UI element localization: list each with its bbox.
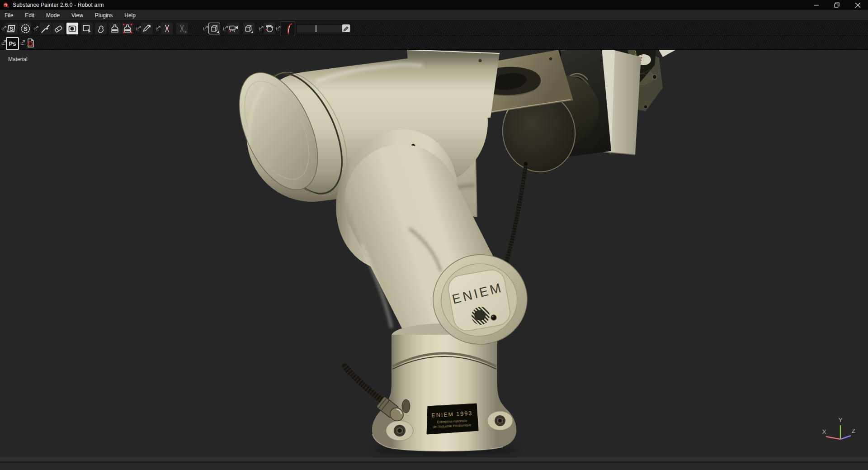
pencil-icon	[343, 25, 349, 32]
close-icon	[855, 3, 860, 8]
smudge-tool[interactable]	[95, 23, 107, 34]
edit-value-button[interactable]	[342, 24, 350, 32]
restore-button[interactable]	[826, 0, 847, 10]
x-axis-label: X	[822, 428, 826, 435]
background-fragment	[658, 50, 676, 57]
substance-source-logo-icon[interactable]: S	[19, 23, 31, 34]
perspective-camera-tool[interactable]	[208, 23, 220, 34]
restore-icon	[834, 2, 840, 8]
minimize-button[interactable]	[806, 0, 826, 10]
tear-off-icon[interactable]	[155, 25, 160, 31]
menu-mode[interactable]: Mode	[40, 10, 66, 20]
material-picker-tool[interactable]	[141, 23, 153, 34]
main-toolbar: S S	[0, 21, 868, 36]
slider-tick	[316, 25, 316, 32]
x-axis-line	[826, 437, 840, 439]
clone-stamp-tool-selected[interactable]	[122, 23, 133, 34]
minimize-icon	[814, 3, 819, 8]
base-name-plate: ENIEM 1993 Entreprise nationale de l'ind…	[427, 404, 478, 434]
axis-gizmo[interactable]: Y X Z	[819, 416, 863, 446]
tear-off-icon[interactable]	[258, 25, 264, 31]
robot-arm-model: ENIEM	[223, 50, 676, 455]
polygon-fill-tool[interactable]	[81, 23, 93, 34]
3d-viewport-canvas[interactable]: ENIEM	[0, 50, 868, 457]
rotate-camera-tool[interactable]	[264, 23, 275, 34]
symmetry-disabled-tool[interactable]	[176, 23, 188, 34]
mesh-cube-tool[interactable]	[243, 23, 255, 34]
tear-off-icon[interactable]	[33, 25, 38, 31]
photoshop-export-button[interactable]: Ps	[6, 37, 19, 50]
3d-viewport[interactable]: Material	[0, 50, 868, 457]
export-toolbar: Ps	[0, 36, 868, 50]
z-axis-line	[840, 436, 851, 439]
menu-plugins[interactable]: Plugins	[89, 10, 118, 20]
svg-text:S: S	[9, 26, 13, 32]
tear-off-icon[interactable]	[136, 25, 141, 31]
ps-label: Ps	[9, 40, 16, 47]
menu-bar: File Edit Mode View Plugins Help	[0, 10, 868, 21]
substance-3d-logo-icon[interactable]: S	[6, 23, 18, 34]
paint-brush-tool[interactable]	[40, 23, 52, 34]
substance-painter-logo-icon	[3, 2, 9, 9]
eraser-tool[interactable]	[52, 23, 64, 34]
stroke-preview[interactable]	[280, 21, 295, 36]
projection-tool[interactable]	[66, 23, 78, 34]
menu-edit[interactable]: Edit	[19, 10, 40, 20]
window-title: Substance Painter 2.6.0 - Robot arm	[13, 2, 104, 8]
z-axis-label: Z	[852, 427, 855, 434]
title-bar: Substance Painter 2.6.0 - Robot arm	[0, 0, 868, 10]
menu-view[interactable]: View	[66, 10, 89, 20]
tear-off-icon[interactable]	[203, 25, 208, 31]
menu-help[interactable]: Help	[118, 10, 142, 20]
close-button[interactable]	[847, 0, 868, 10]
status-bar-lower[interactable]	[0, 463, 868, 470]
status-bar-upper	[0, 457, 868, 461]
clone-stamp-tool[interactable]	[109, 23, 121, 34]
svg-text:S: S	[24, 26, 27, 32]
camera-projection-tool[interactable]	[227, 23, 239, 34]
y-axis-label: Y	[839, 417, 843, 423]
menu-file[interactable]: File	[0, 10, 19, 20]
document-resync-icon	[25, 38, 36, 48]
symmetry-tool[interactable]	[161, 23, 173, 34]
document-resync-button[interactable]	[24, 37, 36, 49]
